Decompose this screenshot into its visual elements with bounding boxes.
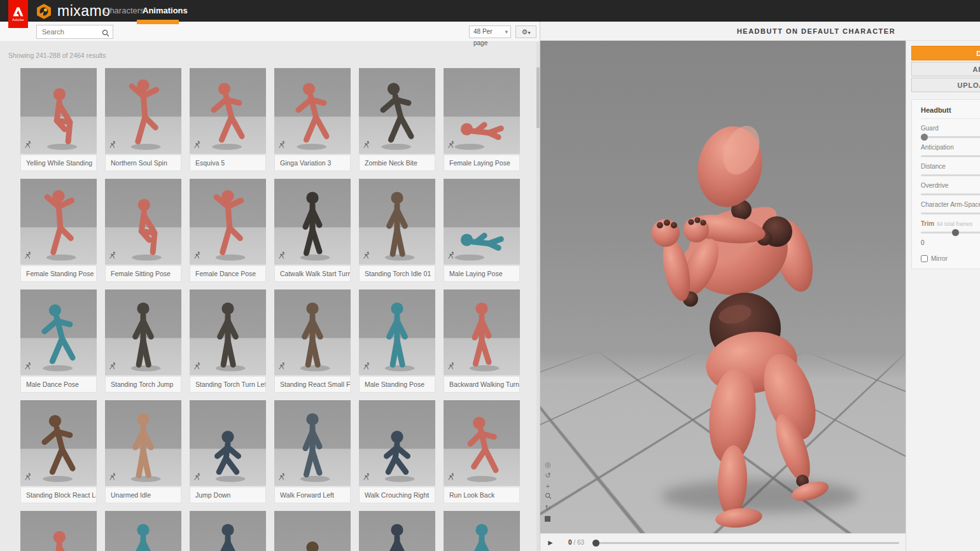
per-page-select[interactable]: 48 Per page ▾ — [469, 25, 511, 38]
animation-card[interactable]: Esquiva 5 — [190, 68, 266, 171]
setting-slider: Character Arm-Space — [921, 201, 980, 214]
animation-thumbnail[interactable] — [274, 179, 351, 265]
playback-bar: ► 0 / 63 — [540, 533, 906, 551]
reset-camera-icon[interactable]: ↻ — [543, 503, 552, 512]
animation-card[interactable]: Zombie Neck Bite — [359, 68, 435, 171]
animation-card[interactable] — [20, 511, 97, 551]
3d-viewport[interactable]: ◎ ↺ + ↻ — [540, 41, 906, 533]
animation-card[interactable]: Female Standing Pose — [20, 179, 97, 282]
slider-track[interactable] — [921, 155, 980, 157]
rotate-left-icon[interactable]: ↺ — [543, 471, 552, 480]
animation-card[interactable]: Standing Torch Idle 01 — [359, 179, 435, 282]
timeline-track[interactable] — [592, 542, 899, 544]
animation-thumbnail[interactable] — [105, 511, 181, 551]
animation-card[interactable]: Ginga Variation 3 — [274, 68, 351, 171]
zoom-icon[interactable] — [543, 492, 552, 501]
animation-thumbnail[interactable] — [105, 179, 181, 265]
animation-card-label: Run Look Back — [444, 487, 520, 503]
animation-thumbnail[interactable] — [20, 511, 97, 551]
animation-card[interactable]: Standing Torch Jump — [105, 289, 181, 393]
animation-thumbnail[interactable] — [444, 400, 520, 486]
animation-thumbnail[interactable] — [274, 68, 351, 154]
animation-card[interactable]: Jump Down — [190, 400, 266, 503]
orbit-camera-icon[interactable]: ◎ — [543, 460, 552, 469]
slider-track[interactable] — [921, 213, 980, 214]
animation-thumbnail[interactable] — [444, 289, 520, 375]
animation-thumbnail[interactable] — [20, 68, 97, 154]
mirror-checkbox[interactable] — [921, 255, 928, 262]
mixamo-logo[interactable]: mixamo — [36, 3, 111, 20]
animation-card[interactable]: Male Laying Pose — [444, 179, 520, 282]
pan-icon[interactable]: + — [543, 482, 552, 491]
animation-card[interactable]: Walk Crouching Right — [359, 400, 435, 503]
animation-card[interactable] — [274, 511, 351, 551]
animation-card[interactable]: Male Standing Pose — [359, 289, 435, 393]
animation-card[interactable]: Yelling While Standing — [20, 68, 97, 171]
slider-handle[interactable] — [921, 134, 928, 141]
animation-thumbnail[interactable] — [359, 289, 435, 375]
animation-card[interactable]: Standing React Small From — [274, 289, 351, 393]
animation-thumbnail[interactable] — [190, 68, 266, 154]
animation-card[interactable]: Run Look Back — [444, 400, 520, 503]
animation-card[interactable] — [359, 511, 435, 551]
animation-thumbnail[interactable] — [105, 68, 181, 154]
animation-settings-sidebar: DOWNLOAD ADD TO PACK UPLOAD CHARACTER He… — [906, 41, 980, 551]
animation-card[interactable]: Standing Block React Large — [20, 400, 97, 503]
animation-card[interactable]: Backward Walking Turn — [444, 289, 520, 393]
animation-thumbnail[interactable] — [359, 511, 435, 551]
upload-character-button[interactable]: UPLOAD CHARACTER — [911, 78, 980, 92]
animation-card[interactable]: Standing Torch Turn Left 180 — [190, 289, 266, 393]
animation-card[interactable]: Catwalk Walk Start Turn 180 — [274, 179, 351, 282]
animation-thumbnail[interactable] — [274, 400, 351, 486]
animation-card[interactable]: Male Dance Pose — [20, 289, 97, 393]
slider-track[interactable] — [921, 193, 980, 195]
animation-thumbnail[interactable] — [190, 400, 266, 486]
animation-thumbnail[interactable] — [190, 289, 266, 375]
trim-slider-handle[interactable] — [952, 229, 959, 236]
tab-characters[interactable]: Characters — [104, 0, 144, 22]
animation-card[interactable]: Northern Soul Spin — [105, 68, 181, 171]
animation-thumbnail[interactable] — [359, 68, 435, 154]
animation-card[interactable] — [444, 511, 520, 551]
setting-slider: Guard — [921, 125, 980, 138]
animation-thumbnail[interactable] — [274, 511, 351, 551]
animation-thumbnail[interactable] — [20, 179, 97, 265]
animation-card-label: Standing Torch Turn Left 180 — [190, 376, 266, 393]
play-button[interactable]: ► — [547, 538, 554, 548]
animation-card-label: Male Laying Pose — [444, 265, 520, 282]
animation-card[interactable]: Female Sitting Pose — [105, 179, 181, 282]
trim-slider-track[interactable] — [921, 232, 980, 234]
animation-thumbnail[interactable] — [444, 179, 520, 265]
slider-track[interactable] — [921, 136, 980, 138]
animation-card[interactable]: Unarmed Idle — [105, 400, 181, 503]
animation-thumbnail[interactable] — [359, 179, 435, 265]
animation-thumbnail[interactable] — [444, 511, 520, 551]
fullscreen-icon[interactable] — [545, 516, 550, 522]
animation-thumbnail[interactable] — [20, 400, 97, 486]
animation-clip-icon — [109, 361, 116, 372]
settings-menu-button[interactable]: ⚙▾ — [515, 25, 536, 38]
add-to-pack-button[interactable]: ADD TO PACK — [911, 62, 980, 76]
animation-thumbnail[interactable] — [190, 511, 266, 551]
adobe-logo[interactable]: Adobe — [8, 0, 28, 28]
animation-card[interactable]: Female Dance Pose — [190, 179, 266, 282]
animation-thumbnail[interactable] — [105, 400, 181, 486]
slider-track[interactable] — [921, 174, 980, 176]
animation-thumbnail[interactable] — [359, 400, 435, 486]
tab-animations[interactable]: Animations — [143, 0, 188, 22]
animation-card-label: Esquiva 5 — [190, 155, 266, 171]
animation-thumbnail[interactable] — [444, 68, 520, 154]
animation-card[interactable] — [190, 511, 266, 551]
animation-browser-panel: 48 Per page ▾ ⚙▾ Showing 241-288 of 2464… — [0, 22, 540, 551]
animation-card[interactable]: Walk Forward Left — [274, 400, 351, 503]
animation-thumbnail[interactable] — [274, 289, 351, 375]
timeline-handle[interactable] — [592, 540, 599, 547]
animation-thumbnail[interactable] — [20, 289, 97, 375]
animation-card[interactable]: Female Laying Pose — [444, 68, 520, 171]
animation-thumbnail[interactable] — [105, 289, 181, 375]
search-icon[interactable] — [102, 28, 109, 39]
animation-clip-icon — [447, 361, 455, 372]
animation-card[interactable] — [105, 511, 181, 551]
download-button[interactable]: DOWNLOAD — [911, 46, 980, 60]
animation-thumbnail[interactable] — [190, 179, 266, 265]
